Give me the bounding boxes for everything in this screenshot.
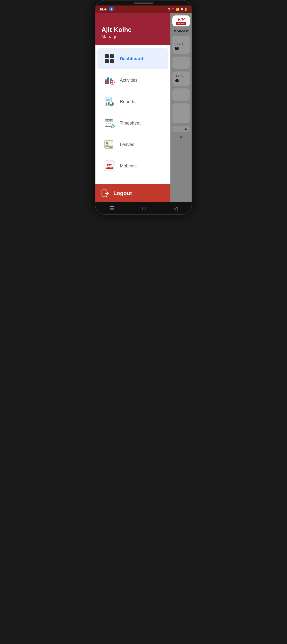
- menu-label-activities: Activities: [120, 78, 138, 83]
- phone-frame: 16:44 ✦ ⊡ 📍 📶 ✖ 🔋 Ajit Kolhe Manager: [95, 0, 192, 215]
- sim-icon: ✖: [180, 8, 183, 11]
- bluetooth-icon: ✦: [109, 7, 114, 12]
- svg-point-4: [111, 82, 113, 84]
- svg-rect-11: [109, 102, 110, 105]
- svg-rect-16: [106, 123, 108, 124]
- mobcast-icon: VIP mobcast: [104, 160, 115, 172]
- status-bar: 16:44 ✦ ⊡ 📍 📶 ✖ 🔋: [96, 6, 192, 13]
- nav-menu-icon[interactable]: ☰: [110, 205, 114, 211]
- svg-text:LEAVE: LEAVE: [109, 146, 114, 148]
- vip-logo-text: VIP: [178, 17, 184, 22]
- battery-icon: 🔋: [184, 8, 188, 11]
- menu-item-timesheet[interactable]: Timesheet: [98, 112, 168, 134]
- svg-rect-9: [106, 103, 107, 105]
- menu-item-activities[interactable]: Activities: [98, 70, 168, 91]
- logout-label: Logout: [113, 190, 132, 196]
- svg-rect-0: [105, 80, 107, 84]
- menu-label-mobcast: Mobcast: [120, 164, 137, 169]
- reports-icon: [104, 96, 115, 108]
- drawer-role: Manager: [102, 34, 164, 39]
- svg-rect-18: [110, 123, 111, 124]
- menu-item-dashboard[interactable]: Dashboard: [98, 48, 168, 69]
- right-panel: VIP mobcast Mobcast TD ance % 55 DSR % 4…: [170, 13, 192, 202]
- phone-notch: [96, 0, 192, 6]
- svg-point-22: [106, 142, 108, 144]
- status-right-icons: ⊡ 📍 📶 ✖ 🔋: [168, 8, 188, 11]
- dim-overlay: [170, 13, 192, 202]
- nav-back-icon[interactable]: ◁: [174, 205, 178, 211]
- svg-rect-1: [108, 78, 109, 84]
- svg-rect-10: [108, 102, 108, 105]
- svg-rect-7: [106, 100, 110, 101]
- menu-item-mobcast[interactable]: VIP mobcast Mobcast: [98, 156, 168, 176]
- drawer-header: Ajit Kolhe Manager: [96, 13, 170, 45]
- menu-label-leaves: Leaves: [120, 142, 134, 147]
- location-icon: 📍: [171, 8, 175, 11]
- navigation-drawer: Ajit Kolhe Manager Dashboard: [96, 13, 170, 202]
- leaves-icon: LEAVE: [104, 138, 115, 150]
- status-time: 16:44: [100, 8, 108, 11]
- menu-label-timesheet: Timesheet: [120, 120, 140, 126]
- screen-cast-icon: ⊡: [168, 8, 170, 11]
- dashboard-icon: [104, 53, 115, 65]
- svg-rect-6: [106, 99, 110, 100]
- mobcast-label-right: mobcast: [176, 22, 186, 25]
- logout-icon: [102, 189, 109, 197]
- timesheet-icon: [104, 117, 115, 129]
- menu-item-leaves[interactable]: LEAVE Leaves: [98, 134, 168, 155]
- nav-bar: ☰ □ ◁: [96, 202, 192, 214]
- menu-item-reports[interactable]: Reports: [98, 91, 168, 112]
- menu-label-reports: Reports: [120, 99, 136, 104]
- svg-rect-17: [108, 123, 109, 124]
- logout-button[interactable]: Logout: [96, 184, 170, 202]
- wifi-icon: 📶: [176, 8, 180, 11]
- activities-icon: [104, 74, 115, 86]
- svg-rect-15: [110, 119, 111, 120]
- drawer-username: Ajit Kolhe: [102, 26, 164, 34]
- svg-rect-19: [106, 125, 108, 126]
- screen-content: Ajit Kolhe Manager Dashboard: [96, 13, 192, 202]
- vip-logo-right: VIP mobcast: [172, 16, 190, 26]
- svg-rect-13: [105, 120, 113, 122]
- drawer-menu: Dashboard: [96, 45, 170, 184]
- right-app-title: Mobcast: [174, 29, 188, 33]
- nav-home-icon[interactable]: □: [142, 206, 145, 211]
- menu-label-dashboard: Dashboard: [120, 56, 143, 62]
- svg-rect-14: [107, 119, 108, 120]
